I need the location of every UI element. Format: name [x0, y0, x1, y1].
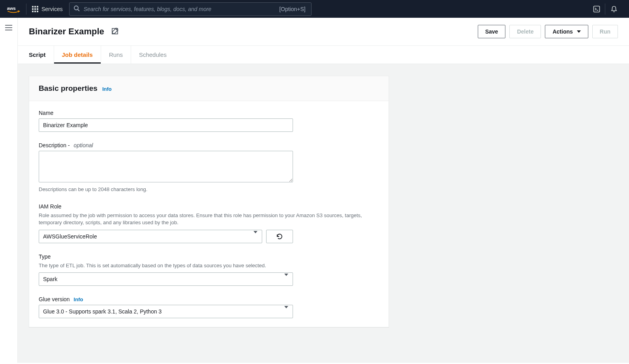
side-panel-toggle-area [0, 18, 17, 363]
refresh-icon [276, 233, 283, 240]
svg-rect-9 [37, 11, 38, 12]
save-button[interactable]: Save [478, 25, 506, 38]
glue-info-link[interactable]: Info [74, 296, 83, 302]
top-navigation: aws Services [Option+S] [0, 0, 629, 18]
tab-runs[interactable]: Runs [101, 46, 131, 64]
tab-script[interactable]: Script [29, 46, 54, 64]
name-input[interactable] [39, 118, 293, 132]
refresh-roles-button[interactable] [266, 230, 293, 243]
svg-rect-8 [34, 11, 36, 12]
type-help: The type of ETL job. This is set automat… [39, 262, 293, 269]
panel-info-link[interactable]: Info [102, 86, 112, 92]
iam-role-select[interactable]: AWSGlueServiceRole [39, 230, 262, 243]
description-input[interactable] [39, 151, 293, 182]
tab-job-details[interactable]: Job details [54, 46, 101, 64]
edit-title-icon[interactable] [111, 28, 118, 36]
svg-point-10 [74, 6, 78, 10]
caret-down-icon [577, 30, 581, 33]
global-search[interactable]: [Option+S] [69, 2, 312, 16]
cloudshell-icon[interactable] [588, 4, 605, 15]
svg-rect-4 [32, 8, 34, 10]
grid-icon [32, 6, 38, 12]
description-help: Descriptions can be up to 2048 character… [39, 186, 293, 193]
tabs: Script Job details Runs Schedules [18, 46, 629, 64]
services-label: Services [41, 6, 63, 12]
svg-rect-1 [32, 6, 34, 8]
panel-title: Basic properties [39, 84, 98, 93]
description-label: Description - optional [39, 142, 293, 148]
glue-version-select[interactable]: Glue 3.0 - Supports spark 3.1, Scala 2, … [39, 305, 293, 318]
actions-button[interactable]: Actions [545, 25, 588, 38]
aws-logo[interactable]: aws [6, 4, 26, 15]
svg-line-11 [78, 9, 79, 11]
svg-rect-5 [34, 8, 36, 10]
services-menu[interactable]: Services [32, 4, 64, 15]
svg-rect-6 [37, 8, 38, 10]
menu-icon[interactable] [5, 25, 12, 363]
svg-text:aws: aws [7, 5, 16, 11]
run-button: Run [592, 25, 618, 38]
type-select[interactable]: Spark [39, 272, 293, 286]
search-icon [73, 5, 80, 13]
page-header: Binarizer Example Save Delete Actions Ru… [18, 18, 629, 46]
iam-role-label: IAM Role [39, 203, 379, 210]
svg-rect-7 [32, 11, 34, 12]
name-label: Name [39, 110, 293, 116]
tab-schedules[interactable]: Schedules [131, 46, 175, 64]
page-title: Binarizer Example [29, 26, 104, 37]
search-input[interactable] [84, 6, 275, 12]
svg-rect-2 [34, 6, 36, 8]
search-shortcut: [Option+S] [279, 6, 307, 12]
type-label: Type [39, 253, 293, 260]
iam-role-help: Role assumed by the job with permission … [39, 212, 362, 226]
svg-rect-3 [37, 6, 38, 8]
basic-properties-panel: Basic properties Info Name Description -… [29, 76, 389, 327]
notifications-icon[interactable] [605, 4, 623, 15]
glue-version-label: Glue version Info [39, 296, 293, 302]
delete-button: Delete [509, 25, 541, 38]
